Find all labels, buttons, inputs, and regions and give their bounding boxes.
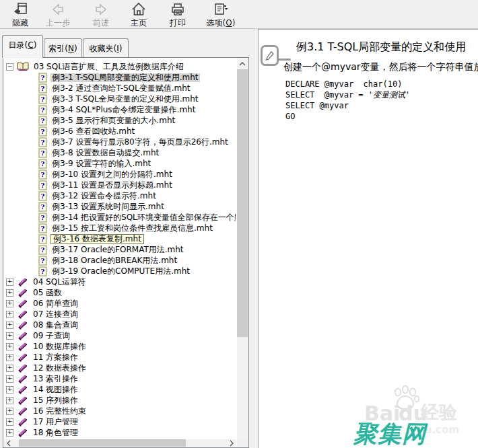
tree-item-label[interactable]: 11 方案操作 [32, 353, 79, 362]
tree-item[interactable]: ?例3-13 设置系统时间显示.mht [5, 201, 236, 212]
tree-item-label[interactable]: 例3-19 Oracle的COMPUTE用法.mht [50, 267, 191, 276]
tree-item-label[interactable]: 例3-17 Oracle的FORMAT用法.mht [50, 246, 185, 254]
expand-toggle[interactable]: + [6, 322, 13, 329]
tree-item-label[interactable]: 05 函数 [32, 289, 63, 297]
expand-toggle[interactable]: + [6, 365, 13, 372]
tree-item[interactable]: ?例3-1 T-SQL局部变量的定义和使用.mht [5, 72, 236, 83]
expand-toggle[interactable]: + [6, 386, 13, 394]
tree-item-label[interactable]: 例3-1 T-SQL局部变量的定义和使用.mht [50, 73, 200, 82]
expand-toggle[interactable]: + [6, 418, 13, 426]
expand-toggle[interactable]: + [6, 375, 13, 383]
expand-toggle[interactable]: + [6, 289, 13, 297]
home-button[interactable]: 主页 [121, 1, 156, 29]
tree-item[interactable]: +12 数据表操作 [5, 363, 236, 373]
tree-item-label[interactable]: 例3-18 Oracle的BREAK用法.mht [50, 256, 178, 265]
scroll-left-arrow[interactable] [4, 439, 13, 447]
tree-item-label[interactable]: 例3-16 数据表复制.mht [50, 234, 144, 244]
tree-item-label[interactable]: 14 视图操作 [32, 385, 79, 394]
tree-item[interactable]: +19 权限管理 [5, 438, 236, 439]
tree-item[interactable]: ?例3-8 设置数据自动提交.mht [5, 147, 236, 158]
tree-item-label[interactable]: 例3-13 设置系统时间显示.mht [50, 202, 166, 211]
tree-horizontal-scrollbar[interactable] [4, 439, 236, 447]
tree-item-label[interactable]: 例3-7 设置每行显示80字符，每页显示26行.mht [50, 138, 230, 147]
tree-item[interactable]: +16 完整性约束 [5, 406, 236, 416]
tree-item[interactable]: +08 集合查询 [5, 320, 236, 330]
tree-item[interactable]: +10 数据库操作 [5, 341, 236, 352]
tree-item[interactable]: ?例3-6 查看回收站.mht [5, 126, 236, 137]
tree-item-label[interactable]: 17 用户管理 [32, 418, 79, 426]
tree-item[interactable]: ?例3-14 把设置好的SQL环境变量值全部保存在一个脚本 [5, 212, 236, 223]
tree-item[interactable]: ?例3-18 Oracle的BREAK用法.mht [5, 255, 236, 266]
tree-item[interactable]: ?例3-7 设置每行显示80字符，每页显示26行.mht [5, 137, 236, 147]
expand-toggle[interactable]: + [6, 397, 13, 404]
tree-item[interactable]: ?例3-3 T-SQL全局变量的定义和使用.mht [5, 94, 236, 104]
tree-item[interactable]: +09 子查询 [5, 330, 236, 341]
scroll-up-arrow[interactable] [237, 59, 248, 69]
tree-item[interactable]: ?例3-2 通过查询给T-SQL变量赋值.mht [5, 83, 236, 94]
expand-toggle[interactable]: + [6, 429, 13, 437]
tree-item-label[interactable]: 例3-2 通过查询给T-SQL变量赋值.mht [50, 84, 192, 93]
scroll-right-arrow[interactable] [227, 439, 236, 447]
tree-item-label[interactable]: 16 完整性约束 [32, 407, 88, 416]
tree-item-label[interactable]: 例3-12 设置命令提示符.mht [50, 192, 158, 200]
tree-item[interactable]: ?例3-19 Oracle的COMPUTE用法.mht [5, 266, 236, 276]
tree-item[interactable]: ?例3-12 设置命令提示符.mht [5, 190, 236, 201]
tree-item-label[interactable]: 例3-4 SQL*Plus命令绑定变量操作.mht [50, 106, 197, 114]
tree-item[interactable]: +15 序列操作 [5, 395, 236, 406]
tree-item[interactable]: +13 索引操作 [5, 373, 236, 384]
expand-toggle[interactable]: + [6, 278, 13, 286]
tree-vertical-scrollbar[interactable] [237, 59, 248, 447]
tree-item[interactable]: +11 方案操作 [5, 352, 236, 363]
tree-item-label[interactable]: 03 SQL语言扩展、工具及范例数据库介绍 [32, 63, 185, 71]
tree-item[interactable]: +05 函数 [5, 287, 236, 298]
options-button[interactable]: 选项(O) [199, 1, 242, 29]
tree-item-label[interactable]: 04 SQL运算符 [32, 278, 88, 287]
hide-button[interactable]: 隐藏 [4, 1, 36, 29]
tree-item[interactable]: ?例3-10 设置列之间的分隔符.mht [5, 169, 236, 180]
tree-item[interactable]: ?例3-17 Oracle的FORMAT用法.mht [5, 244, 236, 255]
collapse-toggle[interactable]: − [6, 63, 13, 71]
tab-index[interactable]: 索引(N) [44, 38, 82, 58]
tree-item-label[interactable]: 例3-9 设置字符的输入.mht [50, 159, 152, 168]
tree-item[interactable]: ?例3-5 显示行和页变量的大小.mht [5, 115, 236, 126]
tree-item-label[interactable]: 例3-15 按工资和岗位条件查找雇员信息.mht [50, 224, 214, 233]
tree-item[interactable]: +04 SQL运算符 [5, 276, 236, 287]
vertical-scroll-thumb[interactable] [237, 69, 248, 337]
tree-item[interactable]: ?例3-15 按工资和岗位条件查找雇员信息.mht [5, 223, 236, 233]
tree-item[interactable]: ?例3-16 数据表复制.mht [5, 233, 236, 244]
expand-toggle[interactable]: + [6, 332, 13, 340]
tree-item-label[interactable]: 例3-3 T-SQL全局变量的定义和使用.mht [50, 95, 200, 104]
tree-item-label[interactable]: 12 数据表操作 [32, 364, 88, 373]
tree-item[interactable]: +18 角色管理 [5, 427, 236, 438]
tree-item-label[interactable]: 例3-6 查看回收站.mht [50, 127, 136, 136]
expand-toggle[interactable]: + [6, 408, 13, 415]
tab-favorites[interactable]: 收藏夹(I) [83, 38, 129, 58]
tree-item-label[interactable]: 例3-14 把设置好的SQL环境变量值全部保存在一个脚本 [50, 213, 236, 222]
expand-toggle[interactable]: + [6, 300, 13, 307]
tab-contents[interactable]: 目录(C) [2, 35, 43, 58]
tree-item-label[interactable]: 例3-11 设置是否显示列标题.mht [50, 181, 174, 190]
tree-item-label[interactable]: 08 集合查询 [32, 321, 79, 330]
tree-item-label[interactable]: 10 数据库操作 [32, 342, 88, 351]
tree-item[interactable]: −03 SQL语言扩展、工具及范例数据库介绍 [5, 61, 236, 72]
tree-item[interactable]: ?例3-9 设置字符的输入.mht [5, 158, 236, 169]
tree-item[interactable]: ?例3-11 设置是否显示列标题.mht [5, 180, 236, 190]
tree-item-label[interactable]: 例3-8 设置数据自动提交.mht [50, 149, 160, 157]
tree-item-label[interactable]: 例3-10 设置列之间的分隔符.mht [50, 170, 174, 179]
tree-item-label[interactable]: 09 子查询 [32, 332, 71, 340]
tree-item-label[interactable]: 例3-5 显示行和页变量的大小.mht [50, 116, 176, 125]
tree-item-label[interactable]: 15 序列操作 [32, 396, 79, 405]
tree-item[interactable]: +17 用户管理 [5, 416, 236, 427]
tree-item[interactable]: +06 简单查询 [5, 298, 236, 309]
tree-item-label[interactable]: 13 索引操作 [32, 375, 79, 383]
expand-toggle[interactable]: + [6, 354, 13, 361]
tree-item[interactable]: +14 视图操作 [5, 384, 236, 395]
tree-item[interactable]: ?例3-4 SQL*Plus命令绑定变量操作.mht [5, 104, 236, 115]
print-button[interactable]: 打印 [160, 1, 195, 29]
horizontal-scroll-thumb[interactable] [19, 439, 186, 447]
tree-item-label[interactable]: 07 连接查询 [32, 310, 79, 319]
expand-toggle[interactable]: + [6, 343, 13, 350]
tree-item-label[interactable]: 18 角色管理 [32, 428, 79, 437]
tree-item[interactable]: +07 连接查询 [5, 309, 236, 320]
expand-toggle[interactable]: + [6, 311, 13, 318]
